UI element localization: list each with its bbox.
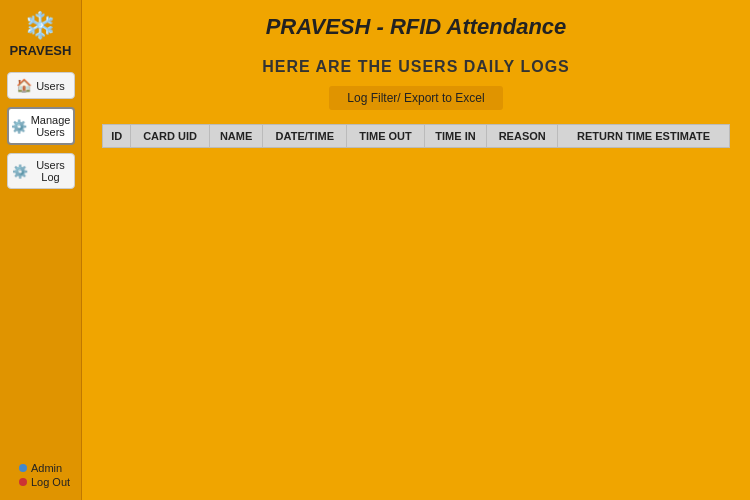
- table-container: ID CARD UID NAME DATE/TIME TIME OUT TIME…: [102, 124, 730, 148]
- log-icon: ⚙️: [12, 164, 28, 179]
- col-id: ID: [103, 125, 131, 148]
- sidebar-item-users-log-label: Users Log: [32, 159, 70, 183]
- admin-link[interactable]: Admin: [19, 462, 62, 474]
- snowflake-icon: ❄️: [24, 10, 56, 41]
- footer-links: Admin Log Out: [11, 462, 70, 500]
- logs-table: ID CARD UID NAME DATE/TIME TIME OUT TIME…: [102, 124, 730, 148]
- col-timein: TIME IN: [424, 125, 487, 148]
- col-name: NAME: [209, 125, 262, 148]
- col-return-estimate: RETURN TIME ESTIMATE: [558, 125, 730, 148]
- page-title: PRAVESH - RFID Attendance: [266, 14, 567, 40]
- sidebar-item-manage-users-label: Manage Users: [31, 114, 71, 138]
- sidebar-item-manage-users[interactable]: ⚙️ Manage Users: [7, 107, 75, 145]
- logout-dot-icon: [19, 478, 27, 486]
- col-timeout: TIME OUT: [347, 125, 424, 148]
- gear-icon: ⚙️: [11, 119, 27, 134]
- main-content: PRAVESH - RFID Attendance HERE ARE THE U…: [82, 0, 750, 500]
- home-icon: 🏠: [16, 78, 32, 93]
- col-card-uid: CARD UID: [131, 125, 210, 148]
- logout-link-label: Log Out: [31, 476, 70, 488]
- sidebar-item-users[interactable]: 🏠 Users: [7, 72, 75, 99]
- col-reason: REASON: [487, 125, 558, 148]
- sidebar-item-users-log[interactable]: ⚙️ Users Log: [7, 153, 75, 189]
- admin-link-label: Admin: [31, 462, 62, 474]
- col-datetime: DATE/TIME: [263, 125, 347, 148]
- logo-text: PRAVESH: [10, 43, 72, 58]
- sidebar: ❄️ PRAVESH 🏠 Users ⚙️ Manage Users ⚙️ Us…: [0, 0, 82, 500]
- daily-logs-heading: HERE ARE THE USERS DAILY LOGS: [262, 58, 570, 76]
- table-header-row: ID CARD UID NAME DATE/TIME TIME OUT TIME…: [103, 125, 730, 148]
- logout-link[interactable]: Log Out: [19, 476, 70, 488]
- export-button[interactable]: Log Filter/ Export to Excel: [329, 86, 502, 110]
- sidebar-item-users-label: Users: [36, 80, 65, 92]
- logo-area: ❄️ PRAVESH: [10, 10, 72, 58]
- admin-dot-icon: [19, 464, 27, 472]
